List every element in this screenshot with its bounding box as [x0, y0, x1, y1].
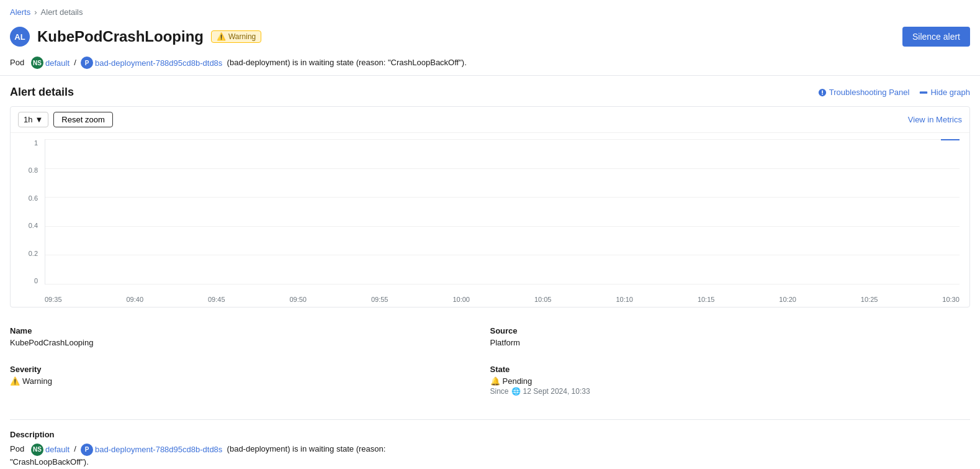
name-value: KubePodCrashLooping	[10, 338, 490, 347]
pod-description: (bad-deployment) is in waiting state (re…	[227, 58, 467, 67]
desc-p-badge: P	[81, 444, 93, 456]
source-value: Platform	[490, 338, 971, 347]
breadcrumb-current: Alert details	[41, 7, 83, 17]
p-badge: P	[81, 57, 93, 69]
header-bar: AL KubePodCrashLooping ⚠️ Warning Silenc…	[0, 22, 980, 53]
severity-icon: ⚠️	[10, 376, 20, 386]
desc-ns-badge: NS	[31, 444, 43, 456]
chart-area: 1 0.8 0.6 0.4 0.2 0 09:35 09:40 09:45 09…	[11, 133, 969, 307]
state-value: 🔔 Pending	[490, 376, 971, 386]
silence-alert-button[interactable]: Silence alert	[902, 27, 970, 47]
source-label: Source	[490, 326, 971, 335]
severity-label: Severity	[10, 365, 490, 374]
state-label: State	[490, 365, 971, 374]
description-value: Pod NS default / P bad-deployment-788d95…	[10, 443, 970, 468]
description-section: Description Pod NS default / P bad-deplo…	[0, 420, 980, 469]
detail-severity: Severity ⚠️ Warning	[10, 358, 490, 407]
ns-badge: NS	[31, 57, 43, 69]
graph-container: 1h ▼ Reset zoom View in Metrics 1 0.8 0.…	[10, 106, 970, 307]
graph-toolbar: 1h ▼ Reset zoom View in Metrics	[11, 107, 969, 133]
hide-graph-link[interactable]: Hide graph	[919, 88, 970, 97]
severity-value: ⚠️ Warning	[10, 376, 490, 386]
ns-link[interactable]: default	[45, 58, 70, 68]
details-grid: Name KubePodCrashLooping Source Platform…	[0, 307, 980, 419]
breadcrumb-alerts-link[interactable]: Alerts	[10, 7, 30, 17]
pod-link[interactable]: bad-deployment-788d95cd8b-dtd8s	[95, 58, 222, 68]
hide-graph-icon	[919, 88, 928, 97]
chevron-down-icon: ▼	[35, 115, 43, 124]
pod-info-bar: Pod NS default / P bad-deployment-788d95…	[0, 53, 980, 76]
x-axis: 09:35 09:40 09:45 09:50 09:55 10:00 10:0…	[45, 296, 960, 303]
breadcrumb: Alerts › Alert details	[0, 0, 980, 22]
warning-badge: ⚠️ Warning	[211, 30, 261, 43]
svg-rect-0	[920, 91, 927, 94]
troubleshooting-panel-link[interactable]: Troubleshooting Panel	[818, 88, 910, 97]
alert-title: KubePodCrashLooping	[37, 28, 204, 45]
desc-pod-text: Pod	[10, 444, 24, 453]
description-label: Description	[10, 430, 970, 439]
detail-source: Source Platform	[490, 320, 971, 358]
view-in-metrics-link[interactable]: View in Metrics	[908, 115, 962, 124]
time-range-select[interactable]: 1h ▼	[18, 112, 48, 127]
chart-plot	[45, 139, 960, 285]
globe-icon: 🌐	[511, 387, 521, 396]
troubleshooting-icon	[818, 88, 827, 97]
alert-details-title: Alert details	[10, 86, 74, 99]
reset-zoom-button[interactable]: Reset zoom	[53, 112, 112, 127]
warning-icon: ⚠️	[217, 32, 226, 41]
name-label: Name	[10, 326, 490, 335]
breadcrumb-separator: ›	[34, 7, 37, 17]
avatar: AL	[10, 27, 30, 47]
detail-name: Name KubePodCrashLooping	[10, 320, 490, 358]
pod-label: Pod	[10, 58, 24, 67]
state-since: Since 🌐 12 Sept 2024, 10:33	[490, 387, 971, 396]
y-axis: 1 0.8 0.6 0.4 0.2 0	[11, 139, 43, 285]
detail-state: State 🔔 Pending Since 🌐 12 Sept 2024, 10…	[490, 358, 971, 407]
desc-pod-link[interactable]: bad-deployment-788d95cd8b-dtd8s	[95, 444, 222, 456]
desc-ns-link[interactable]: default	[45, 444, 70, 456]
bell-icon: 🔔	[490, 376, 500, 386]
chart-data-line	[941, 139, 960, 140]
alert-details-header: Alert details Troubleshooting Panel Hide…	[0, 76, 980, 106]
